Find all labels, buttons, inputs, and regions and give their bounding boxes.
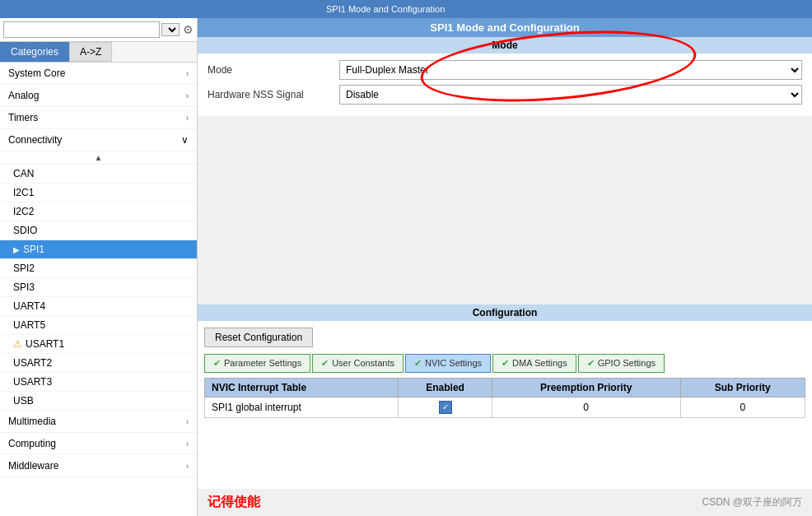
tab-label: DMA Settings xyxy=(512,358,567,368)
check-icon: ✔ xyxy=(414,358,422,369)
config-tabs: ✔ Parameter Settings ✔ User Constants ✔ … xyxy=(204,354,805,373)
table-row: SPI1 global interrupt ✓ 0 0 xyxy=(205,397,805,417)
search-input[interactable] xyxy=(3,21,160,38)
tab-label: GPIO Settings xyxy=(598,358,656,368)
check-mark[interactable]: ✓ xyxy=(439,401,452,414)
tab-nvic-settings[interactable]: ✔ NVIC Settings xyxy=(405,354,491,373)
tab-label: NVIC Settings xyxy=(425,358,482,368)
mode-row: Mode Full-Duplex Master xyxy=(208,60,802,80)
chevron-right-icon: › xyxy=(186,114,189,123)
enabled-cell[interactable]: ✓ xyxy=(399,397,492,417)
window-title: SPI1 Mode and Configuration xyxy=(326,4,445,14)
sidebar-item-i2c2[interactable]: I2C2 xyxy=(0,202,197,221)
mode-section-title: Mode xyxy=(198,37,812,53)
watermark-cn-text: 记得使能 xyxy=(208,494,260,511)
sidebar-item-connectivity[interactable]: Connectivity ∨ xyxy=(0,129,197,151)
sidebar-item-label: System Core xyxy=(8,67,65,79)
mode-content: Mode Full-Duplex Master Hardware NSS Sig… xyxy=(198,53,812,116)
sidebar-item-multimedia[interactable]: Multimedia › xyxy=(0,411,197,433)
preemption-value: 0 xyxy=(492,397,680,417)
connectivity-sub-list: CAN I2C1 I2C2 SDIO ▶ SPI1 SPI2 xyxy=(0,165,197,411)
sidebar-item-uart5[interactable]: UART5 xyxy=(0,316,197,335)
enabled-checkbox[interactable]: ✓ xyxy=(405,401,484,414)
nss-row: Hardware NSS Signal Disable xyxy=(208,85,802,105)
sidebar-item-usart1[interactable]: ⚠ USART1 xyxy=(0,335,197,354)
sub-priority-value: 0 xyxy=(680,397,805,417)
mode-section: Mode Mode Full-Duplex Master Hardware NS… xyxy=(198,37,812,116)
sidebar-item-timers[interactable]: Timers › xyxy=(0,107,197,129)
tab-label: Parameter Settings xyxy=(224,358,301,368)
tab-parameter-settings[interactable]: ✔ Parameter Settings xyxy=(204,354,310,373)
tab-label: User Constants xyxy=(332,358,394,368)
sidebar-item-spi3[interactable]: SPI3 xyxy=(0,278,197,297)
sidebar-item-sdio[interactable]: SDIO xyxy=(0,221,197,240)
sidebar-item-middleware[interactable]: Middleware › xyxy=(0,455,197,477)
top-bar: SPI1 Mode and Configuration xyxy=(0,0,812,18)
sidebar-item-usart2[interactable]: USART2 xyxy=(0,354,197,373)
check-icon: ✔ xyxy=(502,358,509,369)
sidebar-item-system-core[interactable]: System Core › xyxy=(0,63,197,85)
sidebar-item-can[interactable]: CAN xyxy=(0,165,197,184)
sidebar-item-label: Computing xyxy=(8,438,56,449)
tab-az[interactable]: A->Z xyxy=(69,42,112,62)
content-title: SPI1 Mode and Configuration xyxy=(198,18,812,37)
tab-dma-settings[interactable]: ✔ DMA Settings xyxy=(492,354,576,373)
col-header-sub: Sub Priority xyxy=(680,378,805,397)
chevron-right-icon: › xyxy=(186,69,189,78)
mode-select-wrapper: Full-Duplex Master xyxy=(339,60,802,80)
sidebar: ⚙ Categories A->Z System Core › Analog ›… xyxy=(0,18,198,516)
check-icon: ✔ xyxy=(321,358,329,369)
warning-icon: ⚠ xyxy=(13,338,22,350)
chevron-down-icon: ∨ xyxy=(181,134,189,146)
search-dropdown[interactable] xyxy=(161,23,180,36)
col-header-preemption: Preemption Priority xyxy=(492,378,680,397)
config-section: Configuration Reset Configuration ✔ Para… xyxy=(198,304,812,490)
sidebar-item-i2c1[interactable]: I2C1 xyxy=(0,184,197,202)
config-section-title: Configuration xyxy=(198,304,812,321)
collapse-up-icon: ▲ xyxy=(95,153,103,162)
sidebar-tabs: Categories A->Z xyxy=(0,42,197,63)
chevron-right-icon: › xyxy=(186,91,189,100)
check-icon: ✔ xyxy=(587,358,595,369)
nss-select[interactable]: Disable xyxy=(339,85,802,105)
tab-categories[interactable]: Categories xyxy=(0,42,69,62)
sidebar-item-computing[interactable]: Computing › xyxy=(0,433,197,455)
sidebar-item-label: Timers xyxy=(8,112,38,123)
sidebar-item-label: Analog xyxy=(8,90,39,101)
config-content: Reset Configuration ✔ Parameter Settings… xyxy=(198,321,812,425)
sidebar-item-spi2[interactable]: SPI2 xyxy=(0,259,197,278)
reset-config-button[interactable]: Reset Configuration xyxy=(204,328,313,347)
tab-gpio-settings[interactable]: ✔ GPIO Settings xyxy=(578,354,665,373)
middle-spacer xyxy=(198,116,812,301)
mode-label: Mode xyxy=(208,64,339,76)
sidebar-item-label: Middleware xyxy=(8,460,58,472)
sidebar-item-usart3[interactable]: USART3 xyxy=(0,373,197,392)
sidebar-item-analog[interactable]: Analog › xyxy=(0,85,197,107)
content-area: SPI1 Mode and Configuration Mode Mode Fu… xyxy=(198,18,812,516)
nvic-table: NVIC Interrupt Table Enabled Preemption … xyxy=(204,378,805,418)
sidebar-item-usb[interactable]: USB xyxy=(0,392,197,411)
sidebar-item-uart4[interactable]: UART4 xyxy=(0,297,197,316)
col-header-name: NVIC Interrupt Table xyxy=(205,378,399,397)
watermark-area: 记得使能 CSDN @双子座的阿万 xyxy=(198,489,812,516)
chevron-right-icon: › xyxy=(186,417,189,426)
watermark-en-text: CSDN @双子座的阿万 xyxy=(702,495,802,509)
sidebar-item-label: Multimedia xyxy=(8,416,56,427)
sidebar-connectivity-label: Connectivity xyxy=(8,134,62,146)
mode-select[interactable]: Full-Duplex Master xyxy=(339,60,802,80)
col-header-enabled: Enabled xyxy=(399,378,492,397)
tab-user-constants[interactable]: ✔ User Constants xyxy=(312,354,404,373)
nss-label: Hardware NSS Signal xyxy=(208,89,339,100)
interrupt-name: SPI1 global interrupt xyxy=(205,397,399,417)
chevron-right-icon: › xyxy=(186,439,189,449)
search-bar: ⚙ xyxy=(0,18,197,42)
nss-select-wrapper: Disable xyxy=(339,85,802,105)
sidebar-item-spi1[interactable]: ▶ SPI1 xyxy=(0,240,197,259)
chevron-right-icon: › xyxy=(186,462,189,471)
gear-icon[interactable]: ⚙ xyxy=(183,23,194,36)
collapse-control[interactable]: ▲ xyxy=(0,151,197,165)
check-icon: ✔ xyxy=(213,358,221,369)
